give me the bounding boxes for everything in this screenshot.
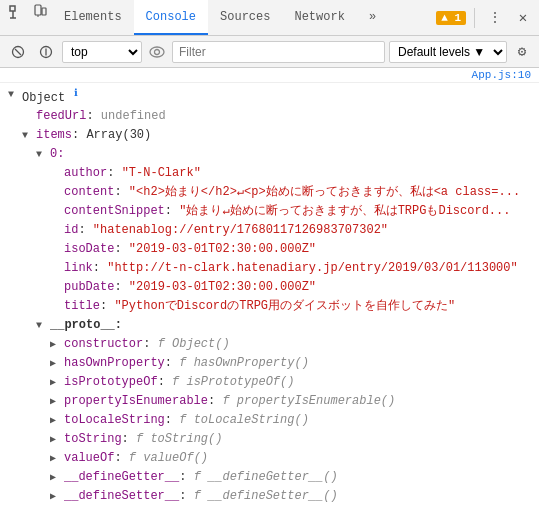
line-content: 0: [50,145,535,163]
line-content: isPrototypeOf: f isPrototypeOf() [64,373,535,391]
gear-icon[interactable]: ⚙ [511,41,533,63]
expand-arrow [50,240,64,259]
line-content: items: Array(30) [36,126,535,144]
tab-sources[interactable]: Sources [208,0,282,35]
stop-icon[interactable] [34,40,58,64]
line-content: __defineGetter__: f __defineGetter__() [64,468,535,486]
list-item[interactable]: ▶ valueOf: f valueOf() [0,449,539,468]
line-content: __proto__: [50,316,535,334]
tab-elements[interactable]: Elements [52,0,134,35]
list-item[interactable]: ▶ toString: f toString() [0,430,539,449]
expand-arrow[interactable]: ▼ [36,316,50,335]
list-item[interactable]: isoDate: "2019-03-01T02:30:00.000Z" [0,240,539,259]
line-content: isoDate: "2019-03-01T02:30:00.000Z" [64,240,535,258]
expand-arrow [50,278,64,297]
expand-arrow[interactable]: ▶ [50,468,64,487]
expand-arrow [50,259,64,278]
list-item[interactable]: author: "T-N-Clark" [0,164,539,183]
line-content: pubDate: "2019-03-01T02:30:00.000Z" [64,278,535,296]
line-content: toString: f toString() [64,430,535,448]
expand-arrow[interactable]: ▶ [50,411,64,430]
list-item[interactable]: content: "<h2>始まり</h2>↵<p>始めに断っておきますが、私は… [0,183,539,202]
expand-arrow [50,183,64,202]
line-content: title: "PythonでDiscordのTRPG用のダイスボットを自作して… [64,297,535,315]
expand-arrow[interactable]: ▶ [50,449,64,468]
list-item[interactable]: ▶ __defineGetter__: f __defineGetter__() [0,468,539,487]
list-item[interactable]: ▶ hasOwnProperty: f hasOwnProperty() [0,354,539,373]
list-item[interactable]: pubDate: "2019-03-01T02:30:00.000Z" [0,278,539,297]
list-item[interactable]: feedUrl: undefined [0,107,539,126]
list-item[interactable]: ▶ toLocaleString: f toLocaleString() [0,411,539,430]
list-item[interactable]: ▼ __proto__: [0,316,539,335]
toolbar-right: ▲ 1 ⋮ ✕ [436,6,535,30]
source-link[interactable]: App.js:10 [472,69,531,81]
expand-arrow [22,107,36,126]
list-item[interactable]: ▶ __lookupGetter__: f __LookupGetter__() [0,506,539,509]
svg-point-10 [150,47,164,57]
line-content: content: "<h2>始まり</h2>↵<p>始めに断っておきますが、私は… [64,183,535,201]
list-item[interactable]: ▶ propertyIsEnumerable: f propertyIsEnum… [0,392,539,411]
tab-bar: Elements Console Sources Network » [4,0,388,35]
tab-console[interactable]: Console [134,0,208,35]
warning-badge: ▲ 1 [436,11,466,25]
svg-rect-4 [42,8,46,15]
line-content: __lookupGetter__: f __LookupGetter__() [64,506,535,509]
expand-arrow[interactable]: ▶ [50,335,64,354]
list-item[interactable]: link: "http://t-n-clark.hatenadiary.jp/e… [0,259,539,278]
line-content: feedUrl: undefined [36,107,535,125]
svg-point-11 [155,49,160,54]
context-select[interactable]: top [62,41,142,63]
inspect-icon[interactable] [4,0,28,24]
svg-line-7 [15,49,21,55]
expand-arrow [50,202,64,221]
line-content: link: "http://t-n-clark.hatenadiary.jp/e… [64,259,535,277]
close-icon[interactable]: ✕ [511,6,535,30]
expand-arrow[interactable]: ▼ [36,145,50,164]
expand-arrow[interactable]: ▼ [22,126,36,145]
expand-arrow[interactable]: ▶ [50,392,64,411]
divider [474,8,475,28]
line-content: Object ℹ [22,85,535,107]
line-content: constructor: f Object() [64,335,535,353]
secondary-toolbar: top Default levels ▼ ⚙ [0,36,539,68]
expand-arrow[interactable]: ▶ [50,487,64,506]
list-item[interactable]: title: "PythonでDiscordのTRPG用のダイスボットを自作して… [0,297,539,316]
line-content: propertyIsEnumerable: f propertyIsEnumer… [64,392,535,410]
line-content: valueOf: f valueOf() [64,449,535,467]
clear-console-icon[interactable] [6,40,30,64]
tab-more[interactable]: » [357,0,388,35]
levels-select[interactable]: Default levels ▼ [389,41,507,63]
list-item[interactable]: ▶ isPrototypeOf: f isPrototypeOf() [0,373,539,392]
list-item[interactable]: ▶ __defineSetter__: f __defineSetter__() [0,487,539,506]
svg-rect-0 [10,6,15,11]
source-link-bar: App.js:10 [0,68,539,83]
expand-arrow[interactable]: ▼ [8,85,22,104]
expand-arrow [50,164,64,183]
expand-arrow[interactable]: ▶ [50,373,64,392]
list-item[interactable]: ▼ items: Array(30) [0,126,539,145]
top-toolbar: Elements Console Sources Network » ▲ 1 ⋮… [0,0,539,36]
line-content: contentSnippet: "始まり↵始めに断っておきますが、私はTRPGも… [64,202,535,220]
expand-arrow[interactable]: ▶ [50,506,64,509]
svg-rect-3 [35,5,41,15]
line-content: __defineSetter__: f __defineSetter__() [64,487,535,505]
expand-arrow[interactable]: ▶ [50,430,64,449]
device-icon[interactable] [28,0,52,24]
list-item[interactable]: id: "hatenablog://entry/1768011712698370… [0,221,539,240]
filter-input[interactable] [172,41,385,63]
expand-arrow[interactable]: ▶ [50,354,64,373]
line-content: toLocaleString: f toLocaleString() [64,411,535,429]
settings-icon[interactable]: ⋮ [483,6,507,30]
console-output: ▼ Object ℹ feedUrl: undefined ▼ items: A… [0,83,539,509]
tab-network[interactable]: Network [282,0,356,35]
expand-arrow [50,221,64,240]
line-content: author: "T-N-Clark" [64,164,535,182]
line-content: hasOwnProperty: f hasOwnProperty() [64,354,535,372]
list-item[interactable]: contentSnippet: "始まり↵始めに断っておきますが、私はTRPGも… [0,202,539,221]
eye-icon[interactable] [146,41,168,63]
line-content: id: "hatenablog://entry/1768011712698370… [64,221,535,239]
list-item[interactable]: ▶ constructor: f Object() [0,335,539,354]
expand-arrow [50,297,64,316]
list-item[interactable]: ▼ 0: [0,145,539,164]
list-item[interactable]: ▼ Object ℹ [0,85,539,107]
